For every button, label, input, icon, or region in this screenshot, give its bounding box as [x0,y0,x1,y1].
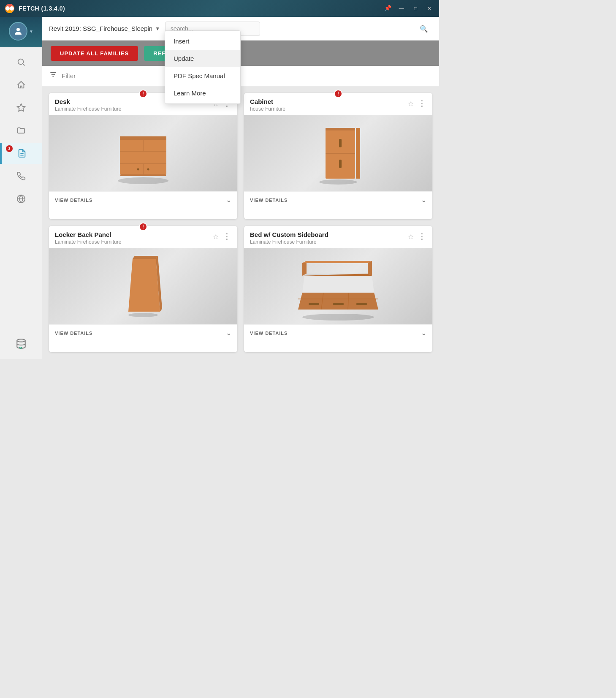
app-title: FETCH (1.3.4.0) [19,5,65,12]
update-all-button[interactable]: UPDATE ALL FAMILIES [51,46,138,61]
card-subtitle-locker: Laminate Firehouse Furniture [55,239,121,245]
svg-point-1 [18,59,24,65]
card-footer-cabinet[interactable]: VIEW DETAILS ⌄ [244,191,432,208]
svg-marker-34 [298,293,378,310]
card-desk: ! Desk Laminate Firehouse Furniture ☆ ⋮ [49,93,237,219]
sidebar-item-favorites[interactable] [0,97,42,118]
card-footer-bed[interactable]: VIEW DETAILS ⌄ [244,324,432,341]
sidebar-item-globe[interactable] [0,188,42,209]
view-details-cabinet: VIEW DETAILS [250,198,288,203]
context-menu-update[interactable]: Update [165,50,240,67]
card-image-bed [244,248,432,324]
action-bar: UPDATE ALL FAMILIES REFRESH [42,41,439,66]
sidebar-item-database[interactable] [12,335,30,355]
card-actions-locker: ☆ ⋮ [212,231,231,242]
app-logo [5,4,14,13]
card-subtitle-bed: Laminate Firehouse Furniture [250,239,328,245]
card-more-cabinet[interactable]: ⋮ [417,98,426,109]
card-star-cabinet[interactable]: ☆ [407,99,415,109]
svg-rect-45 [333,303,344,305]
svg-point-0 [16,28,20,31]
card-star-locker[interactable]: ☆ [212,232,220,242]
sidebar-item-folder[interactable] [0,120,42,141]
card-alert-desk: ! [139,90,147,98]
maximize-button[interactable]: □ [412,5,420,12]
card-more-locker[interactable]: ⋮ [222,231,231,242]
context-menu: Insert Update PDF Spec Manual Learn More [165,30,241,104]
card-image-locker [49,248,237,324]
pin-icon[interactable]: 📌 [384,5,391,12]
context-menu-pdf[interactable]: PDF Spec Manual [165,67,240,84]
svg-rect-24 [326,128,355,130]
filter-icon [49,71,57,81]
view-details-locker-arrow: ⌄ [226,329,231,337]
close-button[interactable]: ✕ [425,5,434,12]
card-alert-locker: ! [139,223,147,231]
view-details-bed: VIEW DETAILS [250,331,288,336]
bed-illustration [294,250,383,322]
card-cabinet: ! Cabinet house Furniture ☆ ⋮ [244,93,432,219]
svg-marker-38 [302,261,372,263]
view-details-desk: VIEW DETAILS [55,198,92,203]
svg-rect-28 [356,128,360,179]
app-body: ▼ [0,17,439,359]
revit-label: Revit 2019: SSG_Firehouse_Sleepin [49,25,152,32]
view-details-locker: VIEW DETAILS [55,331,92,336]
minimize-button[interactable]: — [396,5,407,12]
sidebar-item-documents[interactable]: 3 [0,143,42,164]
card-star-bed[interactable]: ☆ [407,232,415,242]
sidebar-bottom [0,331,42,359]
user-avatar[interactable] [9,22,27,41]
svg-rect-44 [309,303,319,305]
svg-marker-39 [368,261,372,276]
card-footer-desk[interactable]: VIEW DETAILS ⌄ [49,191,237,208]
card-image-desk [49,115,237,191]
filter-input[interactable] [62,72,432,79]
header-bar: Revit 2019: SSG_Firehouse_Sleepin ▼ 🔍 [42,17,439,41]
svg-rect-27 [339,160,342,168]
svg-point-8 [17,339,25,342]
svg-point-19 [147,168,149,171]
card-footer-locker[interactable]: VIEW DETAILS ⌄ [49,324,237,341]
avatar-dropdown-arrow[interactable]: ▼ [29,29,33,34]
svg-point-12 [118,177,168,184]
svg-point-18 [137,168,139,171]
context-menu-insert[interactable]: Insert [165,33,240,50]
sidebar-item-phone[interactable] [0,166,42,187]
svg-point-22 [319,179,357,185]
svg-marker-30 [128,259,160,312]
view-details-bed-arrow: ⌄ [421,329,426,337]
card-more-bed[interactable]: ⋮ [417,231,426,242]
sidebar-nav: 3 [0,47,42,331]
sidebar-item-home[interactable] [0,74,42,95]
sidebar-top: ▼ [0,17,42,47]
svg-marker-37 [302,261,307,276]
search-icon: 🔍 [420,24,428,33]
revit-selector[interactable]: Revit 2019: SSG_Firehouse_Sleepin ▼ [49,25,160,32]
card-alert-cabinet: ! [334,90,342,98]
window-controls: 📌 — □ ✕ [384,5,434,12]
card-locker-back-panel: ! Locker Back Panel Laminate Firehouse F… [49,226,237,352]
svg-marker-3 [17,104,25,111]
card-subtitle-cabinet: house Furniture [250,106,285,112]
svg-point-29 [128,313,158,317]
panel-illustration [109,253,177,320]
context-menu-learn-more[interactable]: Learn More [165,84,240,102]
card-title-locker: Locker Back Panel [55,231,121,238]
desk-illustration [105,120,181,187]
card-bed: Bed w/ Custom Sideboard Laminate Firehou… [244,226,432,352]
sidebar: ▼ [0,17,42,359]
svg-line-2 [23,64,24,65]
view-details-cabinet-arrow: ⌄ [421,196,426,204]
svg-marker-31 [133,256,158,259]
revit-dropdown-arrow: ▼ [155,26,160,32]
filter-bar [42,66,439,86]
card-title-cabinet: Cabinet [250,98,285,105]
main-content: Revit 2019: SSG_Firehouse_Sleepin ▼ 🔍 UP… [42,17,439,359]
card-header-bed: Bed w/ Custom Sideboard Laminate Firehou… [244,226,432,248]
sidebar-item-search[interactable] [0,52,42,73]
view-details-desk-arrow: ⌄ [226,196,231,204]
cabinet-illustration [304,120,372,187]
svg-point-33 [302,314,374,320]
svg-marker-35 [302,276,374,293]
